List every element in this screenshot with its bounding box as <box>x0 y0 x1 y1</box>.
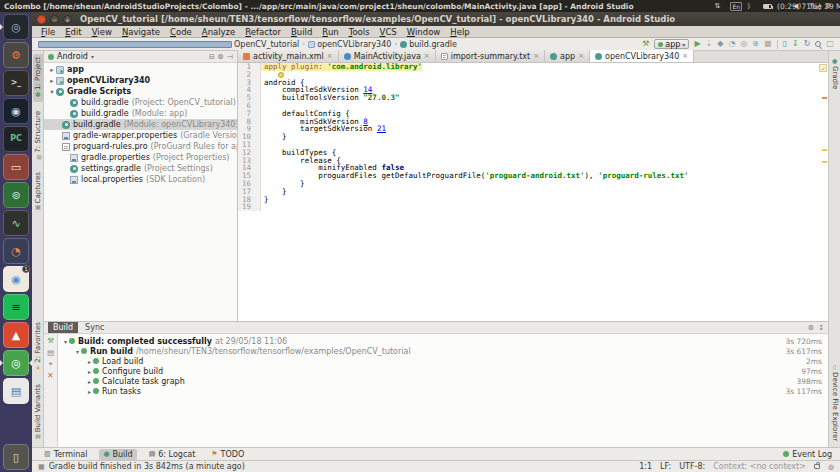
collapse-panel-icon[interactable]: ↧ <box>818 324 824 332</box>
menu-run[interactable]: Run <box>317 27 343 37</box>
menu-vcs[interactable]: VCS <box>375 27 402 37</box>
tool-strip-tab-gradle[interactable]: ●Gradle <box>830 54 840 92</box>
maximize-window-icon[interactable]: + <box>63 15 72 24</box>
expand-arrow-icon[interactable]: ▸ <box>86 368 93 375</box>
toolwindow-tab-terminal[interactable]: ▥Terminal <box>40 449 91 460</box>
tree-row[interactable]: ▸app <box>44 64 237 75</box>
expand-arrow-icon[interactable]: ▸ <box>48 77 56 85</box>
launcher-android-studio[interactable]: ◎ <box>3 350 29 376</box>
toolwindow-tab-6-logcat[interactable]: ▤6: Logcat <box>145 449 200 460</box>
highlight-level-icon[interactable]: ◍ <box>828 463 834 471</box>
tree-row[interactable]: settings.gradle(Project Settings) <box>44 163 237 174</box>
expand-arrow-icon[interactable]: ▾ <box>62 338 69 345</box>
collapse-all-icon[interactable]: ⊟ <box>209 53 215 61</box>
launcher-brave[interactable]: ▲ <box>3 322 29 348</box>
build-row[interactable]: ▸Calculate task graph398ms <box>58 376 828 386</box>
volume-icon[interactable]: ◀) <box>793 2 801 10</box>
editor-tab-app[interactable]: app× <box>545 50 590 62</box>
editor-tab-import-summary-txt[interactable]: import-summary.txt× <box>436 50 545 62</box>
toolwindow-toggle-icon[interactable]: ▦ <box>38 463 45 471</box>
export-icon[interactable]: ▤ <box>47 349 54 357</box>
build-tab-sync[interactable]: Sync <box>80 322 109 333</box>
apply-changes-icon[interactable]: ⇣ <box>706 40 713 48</box>
profile-icon[interactable]: ◔ <box>728 40 735 48</box>
launcher-spotify[interactable]: ≡ <box>3 294 29 320</box>
lock-icon[interactable] <box>814 464 820 469</box>
status-message[interactable]: Gradle build finished in 3s 842ms (a min… <box>49 462 245 471</box>
close-icon[interactable]: ✕ <box>47 372 53 380</box>
tree-row[interactable]: local.properties(SDK Location) <box>44 174 237 185</box>
network-icon[interactable]: ⇅ <box>714 2 722 10</box>
search-everywhere-icon[interactable] <box>815 41 821 47</box>
menu-window[interactable]: Window <box>402 27 446 37</box>
tool-strip-tab-build-variants[interactable]: ▤Build Variants <box>33 381 43 444</box>
run-icon[interactable]: ▶ <box>694 40 700 48</box>
launcher-steam[interactable]: ◉ <box>3 98 29 124</box>
menu-edit[interactable]: Edit <box>60 27 86 37</box>
coverage-icon[interactable]: ◎ <box>740 40 747 48</box>
menu-view[interactable]: View <box>87 27 117 37</box>
avd-manager-icon[interactable]: ▯ <box>783 40 787 48</box>
tool-strip-tab-7-structure[interactable]: ⊞7: Structure <box>33 108 43 163</box>
stop-icon[interactable]: ■ <box>764 40 772 48</box>
expand-arrow-icon[interactable]: ▾ <box>74 348 81 355</box>
keyboard-layout[interactable]: En <box>730 2 742 11</box>
tool-strip-tab-device-file-explorer[interactable]: ▯Device File Explorer <box>830 360 840 444</box>
event-log-button[interactable]: Event Log <box>783 450 832 459</box>
session-gear-icon[interactable]: ⚙ <box>825 2 833 10</box>
menu-help[interactable]: Help <box>445 27 474 37</box>
launcher-firefox[interactable]: ◔ <box>3 238 29 264</box>
launcher-terminal[interactable]: >_ <box>3 70 29 96</box>
close-tab-icon[interactable]: × <box>682 52 688 60</box>
status-item[interactable]: UTF-8: <box>679 462 705 471</box>
build-row[interactable]: ▸Load build2ms <box>58 356 828 366</box>
build-tab-build[interactable]: Build <box>48 322 78 333</box>
warning-mark[interactable] <box>822 149 827 151</box>
launcher-android-studio-dark[interactable]: ◎ <box>3 14 29 40</box>
run-config-select[interactable]: app ▾ <box>654 39 689 49</box>
close-window-icon[interactable] <box>37 15 46 24</box>
pin-icon[interactable]: ⌖ <box>48 360 52 368</box>
menu-analyze[interactable]: Analyze <box>197 27 241 37</box>
close-tab-icon[interactable]: × <box>327 52 333 60</box>
close-tab-icon[interactable]: × <box>424 52 430 60</box>
sdk-manager-icon[interactable]: ↧ <box>792 40 799 48</box>
tool-strip-tab-2-favorites[interactable]: ★2: Favorites <box>33 319 43 375</box>
launcher-globe-app[interactable]: ⊚ <box>3 182 29 208</box>
code-editor[interactable]: 1apply plugin: 'com.android.library'23an… <box>238 63 828 321</box>
breadcrumb-item[interactable]: build.gradle <box>400 40 457 49</box>
tree-row[interactable]: gradle.properties(Project Properties) <box>44 152 237 163</box>
tree-row[interactable]: build.gradle(Module: app) <box>44 108 237 119</box>
build-row[interactable]: ▾Run build /home/sheun/TEN3/tensorflow/t… <box>58 346 828 356</box>
build-hammer-icon[interactable]: ⚒ <box>642 40 649 48</box>
tree-row[interactable]: ▸openCVLibrary340 <box>44 75 237 86</box>
expand-arrow-icon[interactable]: ▸ <box>48 66 56 74</box>
toolwindow-tab-todo[interactable]: ⚑TODO <box>207 449 248 460</box>
launcher-system-monitor[interactable]: ∿ <box>3 210 29 236</box>
launcher-system-settings[interactable]: ⚙ <box>3 42 29 68</box>
attach-debugger-icon[interactable]: ⊕ <box>752 40 759 48</box>
launcher-libreoffice-writer[interactable]: ▤ <box>3 378 29 404</box>
window-titlebar[interactable]: − + OpenCV_tutorial [/home/sheun/TEN3/te… <box>32 12 840 26</box>
expand-arrow-icon[interactable]: ▸ <box>86 388 93 395</box>
tree-row[interactable]: ▾Gradle Scripts <box>44 86 237 97</box>
expand-arrow-icon[interactable]: ▸ <box>86 358 93 365</box>
menu-build[interactable]: Build <box>286 27 317 37</box>
menu-navigate[interactable]: Navigate <box>117 27 165 37</box>
battery-status[interactable]: (0:29, 71%) <box>777 2 785 10</box>
menu-code[interactable]: Code <box>165 27 197 37</box>
warning-mark[interactable] <box>822 161 827 163</box>
build-row[interactable]: ▸Run tasks3s 117ms <box>58 386 828 396</box>
debug-icon[interactable]: ◆ <box>717 40 723 48</box>
toolwindow-tab-build[interactable]: ●Build <box>99 449 136 460</box>
close-tab-icon[interactable]: × <box>578 52 584 60</box>
expand-arrow-icon[interactable]: ▸ <box>86 378 93 385</box>
editor-tab-activity-main-xml[interactable]: activity_main.xml× <box>238 50 339 62</box>
settings-gear-icon[interactable]: ⚙ <box>218 53 224 61</box>
menu-refactor[interactable]: Refactor <box>240 27 286 37</box>
tree-row[interactable]: build.gradle(Project: OpenCV_tutorial) <box>44 97 237 108</box>
run-with-options-icon[interactable]: ⚒ <box>47 337 54 345</box>
tool-strip-tab-1-project[interactable]: ●1: Project <box>33 54 43 102</box>
launcher-chrome[interactable]: ◉1 <box>3 266 29 292</box>
editor-tab-mainactivity-java[interactable]: MainActivity.java× <box>339 50 436 62</box>
